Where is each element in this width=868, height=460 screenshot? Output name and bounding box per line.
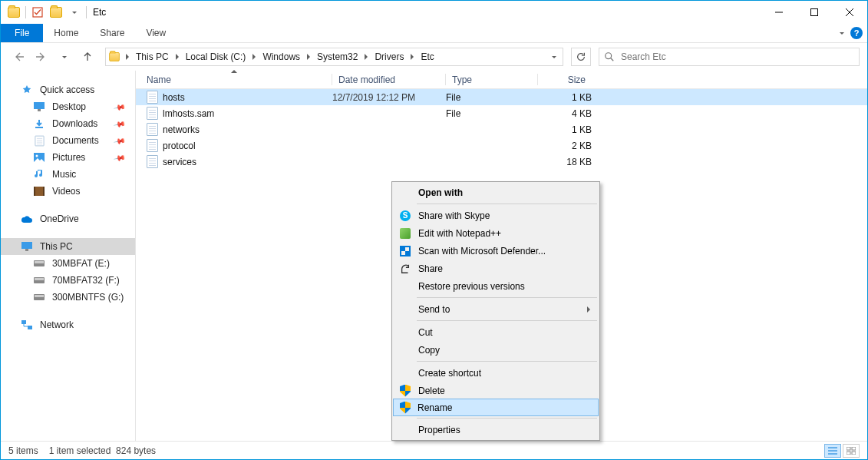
sidebar-item-downloads[interactable]: Downloads📌	[1, 115, 135, 132]
drive-icon	[33, 274, 45, 286]
col-name[interactable]: Name	[136, 71, 332, 88]
search-box[interactable]: Search Etc	[599, 48, 860, 66]
separator	[86, 6, 87, 18]
window-title: Etc	[93, 7, 106, 18]
sidebar-item-videos[interactable]: Videos	[1, 183, 135, 200]
crumb-windows[interactable]: Windows	[259, 48, 304, 65]
close-button[interactable]	[832, 1, 867, 24]
minimize-button[interactable]	[761, 1, 797, 24]
file-name: hosts	[163, 92, 185, 103]
separator	[417, 320, 597, 321]
status-bar: 5 items 1 item selected 824 bytes	[1, 441, 867, 459]
pin-icon: 📌	[114, 134, 126, 147]
svg-rect-4	[38, 109, 41, 111]
sidebar-item-desktop[interactable]: Desktop📌	[1, 98, 135, 115]
nav-back-button[interactable]	[8, 47, 28, 67]
sort-asc-icon	[231, 70, 237, 73]
search-icon	[604, 51, 615, 62]
nav-history-button[interactable]	[54, 47, 74, 67]
view-large-icons-button[interactable]	[843, 444, 860, 458]
notepadpp-icon	[399, 227, 411, 240]
file-row[interactable]: hosts12/7/2019 12:12 PMFile1 KB	[136, 89, 867, 105]
file-size: 1 KB	[538, 92, 592, 103]
svg-rect-1	[811, 9, 818, 16]
app-icon[interactable]	[5, 4, 22, 21]
svg-rect-18	[21, 320, 26, 324]
ctx-share[interactable]: Share	[394, 260, 598, 277]
sidebar-network[interactable]: Network	[1, 316, 135, 333]
file-row[interactable]: protocol2 KB	[136, 137, 867, 154]
view-details-button[interactable]	[824, 444, 841, 458]
ctx-send-to[interactable]: Send to	[394, 300, 598, 318]
sidebar-quick-access[interactable]: Quick access	[1, 81, 135, 98]
navigation-bar: This PC Local Disk (C:) Windows System32…	[1, 43, 867, 71]
sidebar-drive-e[interactable]: 30MBFAT (E:)	[1, 255, 135, 272]
ctx-properties[interactable]: Properties	[394, 421, 598, 438]
col-date[interactable]: Date modified	[332, 71, 446, 88]
qat-customize-icon[interactable]	[66, 4, 83, 21]
shield-icon	[399, 385, 411, 397]
maximize-button[interactable]	[797, 1, 832, 24]
crumb-local-disk[interactable]: Local Disk (C:)	[182, 48, 250, 65]
crumb-system32[interactable]: System32	[313, 48, 361, 65]
ctx-restore-versions[interactable]: Restore previous versions	[394, 277, 598, 295]
separator	[25, 6, 26, 18]
file-name: lmhosts.sam	[163, 108, 214, 119]
crumb-this-pc[interactable]: This PC	[132, 48, 173, 65]
share-icon	[399, 263, 411, 275]
separator	[417, 297, 597, 298]
ctx-cut[interactable]: Cut	[394, 323, 598, 341]
ribbon-tab-home[interactable]: Home	[43, 24, 89, 42]
nav-up-button[interactable]	[78, 47, 97, 67]
nav-forward-button[interactable]	[31, 47, 51, 67]
pin-icon: 📌	[114, 117, 126, 130]
col-type[interactable]: Type	[446, 71, 538, 88]
file-size: 1 KB	[538, 124, 592, 135]
svg-rect-13	[35, 261, 44, 263]
file-name: networks	[163, 124, 200, 135]
address-bar[interactable]: This PC Local Disk (C:) Windows System32…	[105, 48, 563, 66]
svg-rect-11	[25, 249, 28, 251]
sidebar-drive-g[interactable]: 300MBNTFS (G:)	[1, 289, 135, 306]
ctx-open-with[interactable]: Open with	[394, 184, 598, 201]
file-icon	[147, 91, 158, 104]
ctx-share-skype[interactable]: SShare with Skype	[394, 207, 598, 224]
svg-rect-20	[847, 447, 850, 450]
ctx-delete[interactable]: Delete	[394, 382, 598, 399]
ctx-scan-defender[interactable]: Scan with Microsoft Defender...	[394, 242, 598, 260]
ribbon-collapse-icon[interactable]	[840, 32, 844, 35]
crumb-etc[interactable]: Etc	[417, 48, 437, 65]
file-row[interactable]: services18 KB	[136, 154, 867, 170]
sidebar-drive-f[interactable]: 70MBFAT32 (F:)	[1, 272, 135, 289]
svg-point-2	[606, 53, 612, 59]
file-row[interactable]: lmhosts.samFile4 KB	[136, 105, 867, 121]
qat-properties-icon[interactable]	[29, 4, 46, 21]
help-icon[interactable]: ?	[850, 27, 863, 39]
sidebar-item-documents[interactable]: Documents📌	[1, 132, 135, 149]
ctx-edit-notepadpp[interactable]: Edit with Notepad++	[394, 224, 598, 242]
svg-rect-10	[21, 242, 32, 249]
ribbon-tab-view[interactable]: View	[135, 24, 177, 42]
quick-access-toolbar	[1, 4, 88, 21]
sidebar-this-pc[interactable]: This PC	[1, 238, 135, 255]
ribbon-file-tab[interactable]: File	[1, 24, 43, 42]
file-icon	[147, 139, 158, 152]
sidebar-item-music[interactable]: Music	[1, 166, 135, 183]
ctx-rename[interactable]: Rename	[393, 399, 599, 416]
crumb-drivers[interactable]: Drivers	[371, 48, 408, 65]
file-row[interactable]: networks1 KB	[136, 121, 867, 137]
qat-newfolder-icon[interactable]	[48, 4, 64, 21]
sidebar-item-pictures[interactable]: Pictures📌	[1, 149, 135, 166]
defender-icon	[399, 245, 411, 257]
file-type: File	[446, 92, 538, 103]
refresh-button[interactable]	[571, 48, 591, 66]
ctx-copy[interactable]: Copy	[394, 341, 598, 359]
col-size[interactable]: Size	[538, 71, 592, 88]
address-dropdown-button[interactable]	[546, 48, 563, 65]
sidebar-onedrive[interactable]: OneDrive	[1, 210, 135, 227]
documents-icon	[33, 134, 45, 147]
ribbon-tab-share[interactable]: Share	[89, 24, 135, 42]
svg-rect-8	[34, 187, 35, 196]
file-size: 2 KB	[538, 141, 592, 151]
ctx-create-shortcut[interactable]: Create shortcut	[394, 364, 598, 382]
